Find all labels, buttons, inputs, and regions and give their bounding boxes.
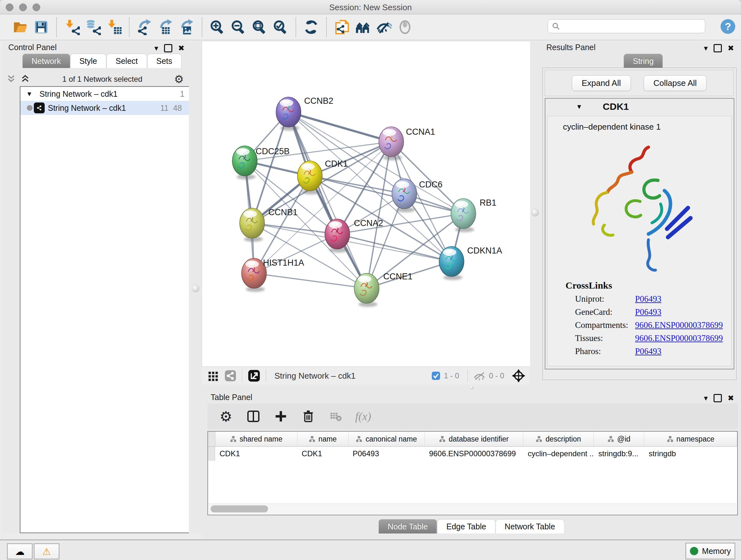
new-network-from-selection-icon[interactable] bbox=[331, 17, 352, 37]
crosslink-link[interactable]: 9606.ENSP00000378699 bbox=[635, 320, 723, 330]
table-horizontal-scrollbar[interactable] bbox=[209, 503, 737, 514]
tab-network-table[interactable]: Network Table bbox=[495, 519, 564, 534]
network-node-CCNA1[interactable] bbox=[379, 127, 404, 157]
crosslink-link[interactable]: P06493 bbox=[635, 294, 662, 304]
close-panel-icon[interactable]: ✖ bbox=[178, 44, 185, 52]
column-header-@id[interactable]: @id bbox=[594, 432, 644, 446]
collapse-arrow-icon[interactable]: ▼ bbox=[26, 90, 32, 98]
network-row[interactable]: String Network – cdk1 11 48 bbox=[20, 101, 189, 115]
open-in-window-icon[interactable] bbox=[247, 369, 261, 382]
right-splitter-handle[interactable] bbox=[531, 209, 539, 216]
cloud-status-button[interactable]: ☁ bbox=[7, 543, 32, 559]
first-neighbors-icon[interactable] bbox=[352, 17, 374, 37]
float-panel-icon[interactable] bbox=[714, 394, 722, 402]
network-edge-CCNB1-CCNA2[interactable] bbox=[252, 223, 337, 234]
horizontal-splitter-handle[interactable] bbox=[470, 386, 474, 389]
save-session-icon[interactable] bbox=[30, 17, 52, 37]
crosslink-link[interactable]: 9606.ENSP00000378699 bbox=[635, 333, 723, 343]
open-session-icon[interactable] bbox=[10, 17, 30, 37]
warnings-button[interactable]: ⚠ bbox=[34, 543, 59, 559]
left-splitter[interactable] bbox=[189, 42, 202, 533]
table-cell[interactable]: cyclin–dependent ... bbox=[523, 447, 594, 461]
import-network-file-icon[interactable] bbox=[61, 17, 82, 37]
network-node-CCNE1[interactable] bbox=[354, 273, 379, 303]
delete-column-icon[interactable] bbox=[300, 409, 316, 424]
tab-string[interactable]: String bbox=[623, 54, 663, 68]
table-cell[interactable]: CDK1 bbox=[215, 447, 297, 461]
node-result-header[interactable]: ▼ CDK1 bbox=[545, 99, 734, 115]
zoom-out-icon[interactable] bbox=[228, 17, 249, 37]
tab-sets[interactable]: Sets bbox=[147, 54, 182, 68]
network-options-gear-icon[interactable]: ⚙ bbox=[174, 74, 184, 84]
collapse-all-tree-icon[interactable] bbox=[6, 74, 17, 84]
float-panel-icon[interactable] bbox=[164, 44, 172, 52]
table-cell[interactable]: stringdb bbox=[644, 447, 737, 461]
network-edge-CCNB2-CCNA1[interactable] bbox=[288, 112, 391, 142]
export-image-icon[interactable] bbox=[176, 17, 197, 37]
column-header-shared-name[interactable]: shared name bbox=[215, 432, 297, 446]
network-node-CCNA2[interactable] bbox=[325, 219, 350, 249]
tab-style[interactable]: Style bbox=[70, 54, 107, 68]
table-options-gear-icon[interactable]: ⚙ bbox=[218, 409, 233, 424]
grid-view-icon[interactable] bbox=[207, 369, 219, 382]
close-panel-icon[interactable]: ✖ bbox=[728, 44, 734, 52]
show-columns-icon[interactable] bbox=[246, 409, 261, 424]
column-header-canonical-name[interactable]: canonical name bbox=[348, 432, 425, 446]
apply-layout-icon[interactable] bbox=[300, 17, 322, 37]
column-header-name[interactable]: name bbox=[297, 432, 348, 446]
network-collection-row[interactable]: ▼ String Network – cdk1 1 bbox=[20, 87, 189, 101]
add-column-icon[interactable] bbox=[273, 409, 288, 424]
network-graph[interactable]: CCNB2CCNA1CDC25BCDK1CDC6RB1CCNB1CCNA2CDK… bbox=[202, 42, 530, 367]
expand-all-tree-icon[interactable] bbox=[20, 74, 30, 84]
network-node-CDK1[interactable] bbox=[297, 161, 322, 191]
network-node-RB1[interactable] bbox=[451, 199, 476, 229]
column-header-database-identifier[interactable]: database identifier bbox=[425, 432, 523, 446]
close-panel-icon[interactable]: ✖ bbox=[728, 394, 734, 402]
collapse-all-button[interactable]: Collapse All bbox=[644, 75, 707, 91]
memory-button[interactable]: Memory bbox=[685, 543, 735, 559]
network-view-icon[interactable] bbox=[224, 369, 237, 382]
search-input[interactable] bbox=[560, 21, 701, 31]
panel-menu-icon[interactable]: ▾ bbox=[704, 394, 708, 402]
crosslink-link[interactable]: P06493 bbox=[635, 307, 662, 317]
hide-selection-icon[interactable] bbox=[374, 17, 394, 37]
right-splitter[interactable] bbox=[530, 42, 540, 384]
table-cell[interactable]: P06493 bbox=[348, 447, 424, 461]
selected-checkbox-icon[interactable] bbox=[431, 371, 441, 381]
zoom-fit-icon[interactable] bbox=[249, 17, 270, 37]
table-cell[interactable]: stringdb:9... bbox=[594, 447, 644, 461]
zoom-in-icon[interactable] bbox=[207, 17, 228, 37]
zoom-selected-icon[interactable] bbox=[270, 17, 291, 37]
import-table-icon[interactable] bbox=[104, 17, 125, 37]
network-edge-CCNA2-CDKN1A[interactable] bbox=[337, 234, 452, 261]
pan-crosshair-icon[interactable] bbox=[511, 368, 526, 383]
horizontal-splitter[interactable] bbox=[202, 384, 741, 390]
collapse-arrow-icon[interactable]: ▼ bbox=[576, 103, 583, 111]
table-cell[interactable]: 9606.ENSP00000378699 bbox=[424, 447, 523, 461]
column-header-description[interactable]: description bbox=[523, 432, 594, 446]
help-icon[interactable]: ? bbox=[721, 19, 735, 34]
export-table-icon[interactable] bbox=[155, 17, 176, 37]
import-network-database-icon[interactable] bbox=[82, 17, 104, 37]
network-canvas[interactable]: CCNB2CCNA1CDC25BCDK1CDC6RB1CCNB1CCNA2CDK… bbox=[202, 42, 530, 367]
panel-menu-icon[interactable]: ▾ bbox=[154, 44, 158, 52]
tab-node-table[interactable]: Node Table bbox=[379, 519, 437, 534]
network-node-CCNB2[interactable] bbox=[276, 97, 301, 127]
float-panel-icon[interactable] bbox=[714, 44, 722, 52]
search-box[interactable] bbox=[548, 19, 705, 33]
table-cell[interactable]: CDK1 bbox=[297, 447, 348, 461]
network-node-CDKN1A[interactable] bbox=[439, 246, 464, 276]
network-node-CDC25B[interactable] bbox=[232, 146, 257, 176]
tab-select[interactable]: Select bbox=[106, 54, 147, 68]
scrollbar-thumb[interactable] bbox=[211, 505, 268, 512]
column-header-namespace[interactable]: namespace bbox=[644, 432, 737, 446]
crosslink-link[interactable]: P06493 bbox=[635, 347, 662, 356]
network-node-CCNB1[interactable] bbox=[240, 208, 265, 238]
export-network-icon[interactable] bbox=[134, 17, 155, 37]
tab-network[interactable]: Network bbox=[22, 54, 70, 68]
panel-menu-icon[interactable]: ▾ bbox=[704, 44, 708, 52]
table-row[interactable]: CDK1CDK1P064939606.ENSP00000378699cyclin… bbox=[208, 447, 737, 461]
network-edge-HIST1H1A-CCNE1[interactable] bbox=[254, 273, 367, 288]
left-splitter-handle[interactable] bbox=[192, 285, 199, 293]
tab-edge-table[interactable]: Edge Table bbox=[437, 519, 495, 534]
